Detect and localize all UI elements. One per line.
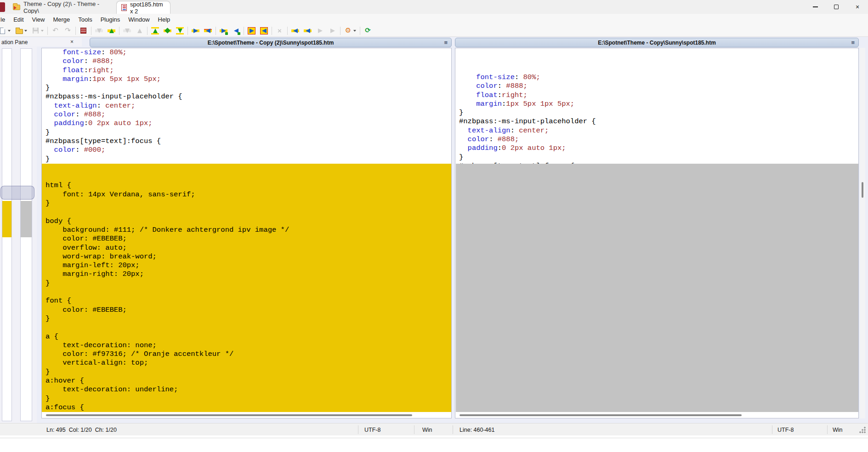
previous-difference-button[interactable] [105, 25, 118, 36]
undo-button[interactable]: ↶ [49, 25, 62, 36]
toolbar: ↶↷×⚙⟳ [0, 25, 868, 37]
diff-code-line: } [42, 368, 451, 377]
rescan-button[interactable] [77, 25, 90, 36]
status-bar: Ln: 495 Col: 1/20 Ch: 1/20 UTF-8 Win Lin… [0, 423, 868, 435]
compare-workspace: ation Pane × E:\Spotnet\Theme - Copy (2)… [0, 37, 868, 423]
copy-right-icon [192, 27, 199, 34]
location-diff-segment-added[interactable] [2, 201, 11, 237]
toolbar-separator [187, 27, 188, 35]
toolbar-separator [47, 27, 48, 35]
left-pane-menu-icon[interactable]: ≡ [444, 39, 448, 46]
diff-code-line: text-decoration: none; [42, 341, 451, 350]
toolbar-separator [340, 27, 340, 35]
toolbar-separator [244, 27, 244, 35]
code-line: } [42, 84, 451, 92]
diff-code-line [42, 323, 451, 332]
diff-code-line: a { [42, 332, 451, 341]
location-visible-area-indicator[interactable] [0, 186, 34, 200]
auto-merge-button[interactable]: × [273, 25, 286, 36]
menu-item-merge[interactable]: Merge [49, 15, 74, 24]
copy-right-advance-button[interactable] [217, 25, 230, 36]
right-horizontal-scrollbar[interactable] [460, 414, 742, 416]
code-line: padding:0 2px auto 1px; [42, 119, 451, 128]
diff-code-line: color: #EBEBEB; [42, 235, 451, 243]
tab-folder-compare[interactable]: Theme - Copy (2)\ - Theme - Copy\ [8, 1, 111, 14]
location-pane-close-icon[interactable]: × [68, 38, 76, 46]
diff-code-line: color: #f97316; /* Oranje accentkleur */ [42, 350, 451, 359]
window-controls: × [805, 0, 868, 14]
copy-right-button[interactable] [189, 25, 202, 36]
copy-all-right-button[interactable] [245, 25, 258, 36]
right-vertical-scrollbar-thumb[interactable] [862, 182, 863, 198]
right-line-position: Line: 460-461 [460, 423, 494, 436]
diff-code-line [42, 208, 451, 217]
left-horizontal-scrollbar[interactable] [46, 414, 412, 416]
next-conflict-button[interactable] [301, 25, 314, 36]
left-pane-header[interactable]: E:\Spotnet\Theme - Copy (2)\Sunny\spot18… [90, 38, 452, 47]
copy-left-button[interactable] [202, 25, 214, 36]
code-line: #nzbpass:-ms-input-placeholder { [455, 117, 858, 126]
previous-difference-icon [108, 27, 115, 34]
new-file-button[interactable] [0, 25, 13, 36]
location-bar-right-file[interactable] [20, 48, 32, 421]
tab-label: spot185.htm x 2 [130, 1, 165, 15]
save-button[interactable] [29, 25, 46, 36]
next-difference-button[interactable] [93, 25, 105, 36]
open-file-icon [15, 27, 23, 34]
title-bar: Theme - Copy (2)\ - Theme - Copy\ spot18… [0, 0, 868, 14]
code-line: float:right; [42, 66, 451, 75]
current-difference-button[interactable] [161, 25, 174, 36]
location-bar-left-file[interactable] [2, 48, 12, 421]
location-diff-segment-missing[interactable] [21, 201, 32, 237]
resize-grip[interactable] [859, 426, 866, 434]
code-line: } [42, 128, 451, 137]
redo-button[interactable]: ↷ [62, 25, 74, 36]
menu-item-plugins[interactable]: Plugins [96, 15, 125, 24]
dropdown-caret-icon [24, 30, 27, 32]
last-difference-button[interactable] [174, 25, 186, 36]
code-line: padding:0 2px auto 1px; [455, 144, 858, 153]
menu-item-tools[interactable]: Tools [74, 15, 96, 24]
diff-code-line: } [42, 315, 451, 323]
tab-file-compare[interactable]: spot185.htm x 2 [116, 1, 170, 14]
minimize-button[interactable] [805, 0, 826, 14]
prev-file-button[interactable] [314, 25, 326, 36]
maximize-button[interactable] [826, 0, 847, 14]
right-pane-header[interactable]: E:\Spotnet\Theme - Copy\Sunny\spot185.ht… [455, 38, 859, 47]
app-icon [0, 2, 5, 12]
next-file-icon [329, 27, 336, 34]
menu-item-le[interactable]: le [0, 15, 9, 24]
right-eol-type: Win [833, 423, 843, 436]
toolbar-separator [75, 27, 76, 35]
toolbar-separator [287, 27, 288, 35]
first-difference-icon [151, 27, 159, 34]
current-difference-icon [164, 27, 171, 34]
diff-code-line: font { [42, 297, 451, 305]
menu-item-help[interactable]: Help [154, 15, 175, 24]
prev-inline-difference-button[interactable] [133, 25, 146, 36]
right-vertical-scrollbar-track[interactable] [860, 48, 865, 418]
open-file-button[interactable] [13, 25, 29, 36]
first-difference-button[interactable] [149, 25, 161, 36]
options-button[interactable]: ⚙ [342, 25, 358, 36]
options-icon: ⚙ [344, 27, 352, 34]
next-inline-difference-button[interactable] [121, 25, 133, 36]
next-file-button[interactable] [326, 25, 339, 36]
copy-left-advance-button[interactable] [230, 25, 242, 36]
menu-item-window[interactable]: Window [124, 15, 153, 24]
menu-item-view[interactable]: View [28, 15, 49, 24]
right-encoding: UTF-8 [777, 423, 794, 436]
copy-all-left-button[interactable] [258, 25, 270, 36]
last-difference-icon [176, 27, 184, 34]
right-pane-menu-icon[interactable]: ≡ [851, 39, 855, 46]
diff-code-line: } [42, 279, 451, 288]
close-button[interactable]: × [847, 0, 868, 14]
copy-right-advance-icon [220, 27, 227, 34]
left-code-editor[interactable]: font-size: 80%; color: #888; float:right… [41, 48, 452, 418]
right-code-editor[interactable]: font-size: 80%; color: #888; float:right… [455, 48, 859, 418]
menu-item-edit[interactable]: Edit [9, 15, 28, 24]
toolbar-separator [216, 27, 216, 35]
tab-label: Theme - Copy (2)\ - Theme - Copy\ [23, 0, 107, 14]
prev-conflict-button[interactable] [289, 25, 301, 36]
refresh-button[interactable]: ⟳ [362, 25, 374, 36]
